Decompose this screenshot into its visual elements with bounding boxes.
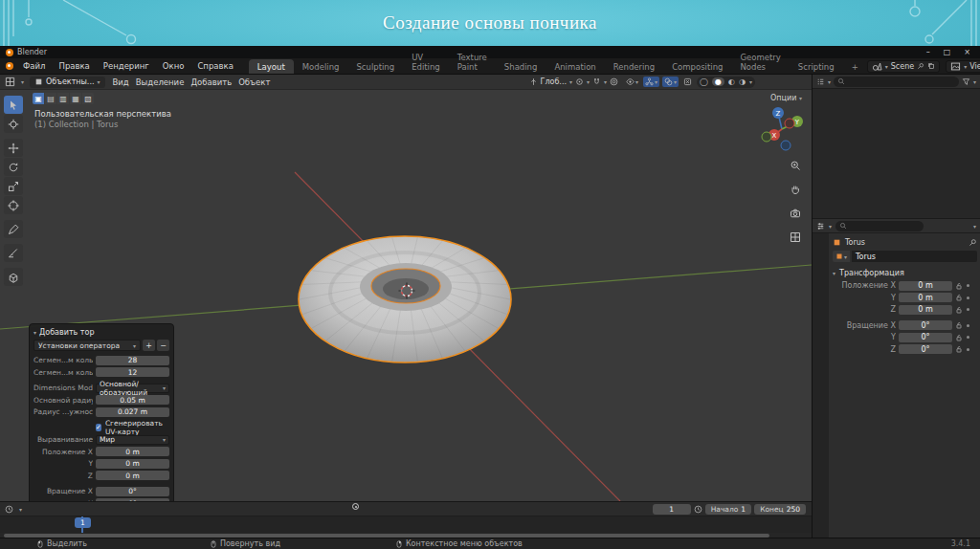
pivot-point-icon[interactable] (575, 77, 584, 86)
scene-selector[interactable]: ▾ Scene (867, 60, 940, 73)
gizmo-z-neg[interactable] (781, 141, 791, 150)
viewlayer-selector[interactable]: ▾ ViewLayer (946, 60, 980, 73)
value-field-z[interactable]: 0 m (96, 471, 169, 480)
workspace-tab-item[interactable]: + (843, 59, 867, 74)
transform-section-header[interactable]: ▾ Трансформация (833, 267, 977, 278)
timeline-ruler[interactable]: 1 (0, 516, 812, 533)
annotate-tool[interactable] (4, 220, 23, 238)
animate-decorator-dot[interactable] (967, 324, 969, 327)
shading-material-preview[interactable]: ◐ (728, 77, 735, 86)
workspace-tab-scripting[interactable]: Scripting (790, 59, 843, 74)
close-button[interactable]: × (964, 48, 970, 56)
add-primitive-tool[interactable] (4, 268, 23, 286)
measure-tool[interactable] (4, 244, 23, 262)
animate-decorator-dot[interactable] (967, 336, 969, 339)
select-mode-option-2[interactable]: ▤ (45, 93, 56, 104)
properties-search-input[interactable] (835, 221, 924, 231)
workspace-tab-rendering[interactable]: Rendering (605, 59, 663, 74)
editor-type-icon[interactable] (816, 222, 825, 231)
object-type-dropdown[interactable]: ▾ (833, 251, 850, 262)
breadcrumb-object[interactable]: Torus (845, 238, 865, 247)
menu-окно[interactable]: Окно (157, 59, 190, 73)
menu-правка[interactable]: Правка (53, 59, 95, 73)
object-name-field[interactable]: Torus (852, 251, 977, 262)
add-preset-button[interactable]: + (143, 340, 155, 351)
rotate-tool[interactable] (4, 158, 23, 176)
menu-файл[interactable]: Файл (17, 59, 51, 73)
proportional-edit-icon[interactable] (610, 77, 618, 86)
operator-panel-add-torus[interactable]: ▾ Добавить тор Установки оператора▾ + − … (29, 323, 174, 501)
scale-tool[interactable] (4, 177, 23, 195)
animate-decorator-dot[interactable] (967, 348, 969, 351)
mode-dropdown[interactable]: Объектны... ▾ (30, 77, 105, 88)
outliner-search-input[interactable] (834, 77, 959, 87)
workspace-tab-compositing[interactable]: Compositing (663, 59, 731, 74)
workspace-tab-texture-paint[interactable]: Texture Paint (449, 50, 496, 74)
current-frame-field[interactable]: 1 (653, 504, 691, 515)
dropdown-dimensions-mode[interactable]: Основной/образующий▾ (96, 384, 169, 393)
display-mode-icon[interactable] (816, 77, 825, 86)
orientation-dropdown[interactable]: Глоб... (541, 77, 567, 86)
value-field-сегмен-м-кольце[interactable]: 12 (96, 367, 169, 377)
value-field-y[interactable]: 0° (96, 498, 169, 501)
animate-decorator-dot[interactable] (967, 284, 969, 287)
navigation-gizmo[interactable]: Z Y X (760, 105, 804, 151)
value-field-y[interactable]: 0° (899, 333, 952, 342)
select-box-tool[interactable] (4, 96, 23, 114)
pin-icon[interactable] (969, 238, 977, 247)
nav-hand-button[interactable] (790, 181, 801, 199)
timecode-icon[interactable] (694, 505, 702, 514)
nav-zoom-button[interactable] (790, 157, 801, 175)
transform-tool[interactable] (4, 196, 23, 214)
editor-type-icon[interactable] (5, 505, 13, 514)
auto-keying-record-icon[interactable] (352, 503, 359, 510)
operator-panel-header[interactable]: ▾ Добавить тор (33, 327, 169, 338)
preset-dropdown[interactable]: Установки оператора▾ (33, 340, 141, 351)
workspace-tab-shading[interactable]: Shading (496, 59, 546, 74)
viewport-menu-объект[interactable]: Объект (236, 77, 272, 87)
value-field-положение-x[interactable]: 0 m (899, 281, 952, 291)
value-field-вращение-x[interactable]: 0° (899, 320, 952, 330)
current-frame-indicator[interactable]: 1 (75, 517, 91, 528)
workspace-tab-layout[interactable]: Layout (249, 59, 294, 74)
workspace-tab-animation[interactable]: Animation (546, 59, 604, 74)
viewport-3d[interactable]: ▾ Объектны... ▾ ВидВыделениеДобавитьОбъе… (0, 75, 812, 501)
filter-icon[interactable] (962, 77, 970, 86)
value-field-вращение-x[interactable]: 0° (96, 487, 169, 496)
value-field-положение-x[interactable]: 0 m (96, 447, 169, 456)
overlays-toggle[interactable]: ▾ (662, 77, 679, 87)
gizmos-toggle[interactable]: ▾ (643, 77, 659, 87)
value-field-основной-радиус[interactable]: 0.05 m (96, 395, 169, 405)
shading-wireframe[interactable]: ◯ (700, 77, 708, 86)
gizmo-x-neg[interactable] (785, 119, 794, 128)
viewport-menu-вид[interactable]: Вид (111, 77, 131, 87)
value-field-z[interactable]: 0° (899, 344, 952, 354)
blender-menu-icon[interactable] (6, 62, 13, 70)
animate-decorator-dot[interactable] (967, 296, 969, 299)
select-mode-option-3[interactable]: ▥ (57, 93, 69, 104)
options-dropdown[interactable]: Опции ▾ (770, 94, 802, 102)
workspace-tab-sculpting[interactable]: Sculpting (347, 59, 403, 74)
animate-decorator-dot[interactable] (967, 308, 969, 311)
viewport-menu-добавить[interactable]: Добавить (189, 77, 234, 87)
xray-toggle[interactable] (681, 77, 694, 87)
new-scene-icon[interactable] (927, 62, 935, 70)
editor-type-icon[interactable] (5, 77, 15, 87)
pin-icon[interactable] (917, 62, 924, 70)
generate-uv-checkbox[interactable]: ✓Сгенерировать UV-карту (96, 419, 169, 436)
value-field-y[interactable]: 0 m (899, 293, 952, 302)
select-mode-option-4[interactable]: ▦ (70, 93, 81, 104)
frame-start-field[interactable]: Начало1 (705, 504, 751, 515)
visibility-dropdown[interactable]: ▾ (624, 77, 640, 87)
minimize-button[interactable]: – (926, 48, 930, 56)
workspace-tab-geometry-nodes[interactable]: Geometry Nodes (731, 50, 789, 74)
value-field-z[interactable]: 0 m (899, 305, 952, 315)
remove-preset-button[interactable]: − (157, 340, 169, 351)
menu-справка[interactable]: Справка (191, 59, 238, 73)
snap-magnet-icon[interactable] (592, 77, 601, 86)
move-tool[interactable] (4, 139, 23, 157)
workspace-tab-uv-editing[interactable]: UV Editing (403, 50, 449, 74)
shading-rendered[interactable]: ◑ (739, 77, 746, 86)
value-field-сегмен-м-кольце[interactable]: 28 (96, 356, 169, 365)
dropdown-выравнивание[interactable]: Мир▾ (96, 435, 169, 445)
